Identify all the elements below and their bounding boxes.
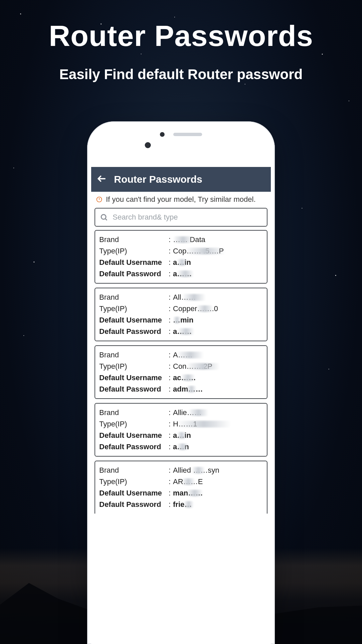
- value-username: a…in: [173, 431, 263, 440]
- colon: :: [166, 385, 173, 394]
- colon: :: [166, 373, 173, 382]
- password-card[interactable]: Brand:All…… Type(IP):Copper…….0 Default …: [95, 288, 267, 341]
- value-brand: Allied ……syn: [173, 466, 263, 475]
- password-card[interactable]: Brand:Allied ……syn Type(IP):AR……E Defaul…: [95, 461, 267, 514]
- svg-point-1: [101, 215, 106, 219]
- label-brand: Brand: [99, 235, 166, 244]
- colon: :: [166, 362, 173, 371]
- label-username: Default Username: [99, 431, 166, 440]
- value-username: a…in: [173, 258, 263, 267]
- colon: :: [166, 304, 173, 313]
- colon: :: [166, 351, 173, 359]
- label-brand: Brand: [99, 408, 166, 417]
- colon: :: [166, 316, 173, 325]
- label-type: Type(IP): [99, 477, 166, 486]
- label-username: Default Username: [99, 489, 166, 497]
- phone-notch: [160, 132, 202, 137]
- info-notice-text: If you can't find your model, Try simila…: [106, 195, 256, 204]
- password-list: Brand:…… Data Type(IP):Cop…… .5.…P Defau…: [91, 230, 271, 514]
- label-type: Type(IP): [99, 247, 166, 255]
- label-brand: Brand: [99, 351, 166, 359]
- promo-subtitle: Easily Find default Router password: [0, 66, 362, 82]
- colon: :: [166, 258, 173, 267]
- value-brand: …… Data: [173, 235, 263, 244]
- back-button[interactable]: [97, 174, 107, 185]
- colon: :: [166, 235, 173, 244]
- label-type: Type(IP): [99, 420, 166, 428]
- value-brand: Allie……: [173, 408, 263, 417]
- label-username: Default Username: [99, 316, 166, 325]
- search-icon: [100, 213, 108, 221]
- value-type: AR……E: [173, 477, 263, 486]
- value-brand: A……: [173, 351, 263, 359]
- value-password: a……: [173, 270, 263, 278]
- password-card[interactable]: Brand:…… Data Type(IP):Cop…… .5.…P Defau…: [95, 230, 267, 284]
- value-password: a……: [173, 327, 263, 336]
- colon: :: [166, 489, 173, 497]
- value-password: a…n: [173, 443, 263, 451]
- promo-title: Router Passwords: [0, 19, 362, 53]
- search-box[interactable]: [95, 208, 267, 227]
- arrow-left-icon: [97, 174, 107, 184]
- colon: :: [166, 327, 173, 336]
- label-password: Default Password: [99, 270, 166, 278]
- value-username: …min: [173, 316, 263, 325]
- colon: :: [166, 477, 173, 486]
- search-input[interactable]: [113, 213, 262, 222]
- colon: :: [166, 443, 173, 451]
- label-username: Default Username: [99, 258, 166, 267]
- value-brand: All……: [173, 293, 263, 302]
- earpiece-speaker: [173, 133, 202, 136]
- colon: :: [166, 420, 173, 428]
- colon: :: [166, 293, 173, 302]
- phone-mockup: Router Passwords If you can't find your …: [87, 121, 275, 644]
- label-password: Default Password: [99, 327, 166, 336]
- colon: :: [166, 270, 173, 278]
- colon: :: [166, 408, 173, 417]
- app-screen: Router Passwords If you can't find your …: [91, 167, 271, 644]
- alert-circle-icon: [96, 196, 103, 203]
- value-username: ac……: [173, 373, 263, 382]
- label-password: Default Password: [99, 443, 166, 451]
- label-brand: Brand: [99, 293, 166, 302]
- app-bar: Router Passwords: [91, 167, 271, 192]
- value-type: Con…….2P: [173, 362, 263, 371]
- label-password: Default Password: [99, 500, 166, 509]
- password-card[interactable]: Brand:Allie…… Type(IP):H……1 Default User…: [95, 403, 267, 457]
- colon: :: [166, 431, 173, 440]
- value-type: H……1: [173, 420, 263, 428]
- value-type: Copper…….0: [173, 304, 263, 313]
- value-password: frie…: [173, 500, 263, 509]
- info-notice: If you can't find your model, Try simila…: [91, 192, 271, 207]
- colon: :: [166, 466, 173, 475]
- colon: :: [166, 500, 173, 509]
- value-type: Cop…… .5.…P: [173, 247, 263, 255]
- label-password: Default Password: [99, 385, 166, 394]
- front-camera: [145, 142, 151, 148]
- label-type: Type(IP): [99, 304, 166, 313]
- value-password: adm……: [173, 385, 263, 394]
- label-type: Type(IP): [99, 362, 166, 371]
- label-username: Default Username: [99, 373, 166, 382]
- password-card[interactable]: Brand:A…… Type(IP):Con…….2P Default User…: [95, 345, 267, 399]
- value-username: man……: [173, 489, 263, 497]
- app-bar-title: Router Passwords: [114, 174, 202, 185]
- label-brand: Brand: [99, 466, 166, 475]
- colon: :: [166, 247, 173, 255]
- sensor-dot: [160, 132, 165, 137]
